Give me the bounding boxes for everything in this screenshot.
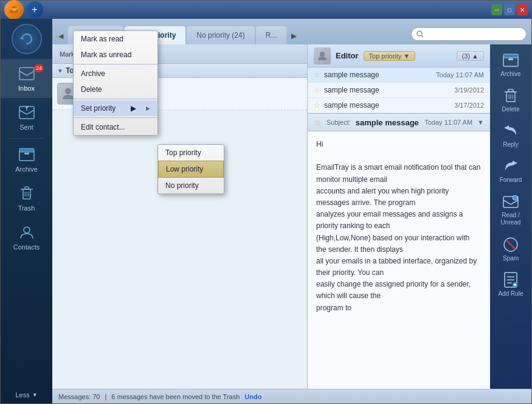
message-row-0[interactable]: ☆ sample message Today 11:07 AM (308, 68, 490, 83)
detail-sender-name: Editor (336, 51, 359, 60)
expand-icon[interactable]: ▼ (477, 119, 484, 126)
sidebar-item-archive[interactable]: Archive (1, 140, 52, 179)
svg-rect-23 (503, 54, 518, 58)
priority-dropdown-icon: ▼ (403, 52, 410, 60)
sent-label: Sent (19, 124, 33, 131)
action-archive-icon (502, 52, 519, 69)
main-area: Inbox 24 Sent (1, 19, 531, 403)
detail-count[interactable]: (3) ▲ (457, 51, 484, 61)
message-row-2[interactable]: ☆ sample message 3/17/2012 (308, 98, 490, 113)
svg-rect-27 (508, 89, 513, 92)
svg-point-21 (320, 52, 325, 57)
context-delete[interactable]: Delete (74, 82, 157, 97)
subject-star-icon[interactable]: ☆ (314, 117, 322, 127)
email-reading: ☆ Subject: sample message Today 11:07 AM… (308, 114, 490, 389)
inbox-badge: 24 (34, 64, 44, 72)
submenu-low-priority[interactable]: Low priority (158, 161, 224, 178)
email-subject-text: sample message (356, 118, 420, 127)
svg-rect-24 (508, 58, 513, 60)
message-date-0: Today 11:07 AM (436, 71, 484, 78)
submenu-top-priority[interactable]: Top priority (158, 145, 224, 161)
context-separator-3 (74, 117, 157, 118)
action-add-rule-label: Add Rule (498, 290, 523, 297)
archive-icon (18, 146, 35, 163)
submenu-priority: Top priority Low priority No priority (157, 144, 224, 194)
contacts-icon (18, 224, 35, 241)
context-archive[interactable]: Archive (74, 66, 157, 82)
star-icon-0[interactable]: ☆ (314, 71, 320, 79)
close-button[interactable]: ✕ (517, 4, 528, 15)
action-reply-icon (502, 122, 519, 139)
sidebar-item-sent[interactable]: Sent (1, 98, 52, 137)
sidebar: Inbox 24 Sent (1, 19, 52, 403)
sidebar-less-button[interactable]: Less ▼ (1, 386, 52, 403)
search-input[interactable] (426, 30, 521, 38)
status-undo-button[interactable]: Undo (244, 393, 261, 400)
action-archive-button[interactable]: Archive (491, 47, 530, 82)
star-icon-1[interactable]: ☆ (314, 86, 320, 94)
status-info: 6 messages have been moved to the Trash (111, 393, 240, 400)
action-forward-icon (502, 158, 519, 175)
tab-next-button[interactable]: ▶ (288, 27, 300, 44)
add-button[interactable]: + (26, 1, 43, 18)
tab-no-priority[interactable]: No priority (24) (187, 26, 254, 44)
less-label: Less (15, 391, 29, 399)
svg-point-20 (65, 88, 71, 94)
action-forward-button[interactable]: Forward (491, 153, 530, 188)
sidebar-item-trash[interactable]: Trash (1, 179, 52, 218)
minimize-button[interactable]: ─ (491, 4, 502, 15)
action-delete-label: Delete (502, 106, 520, 113)
svg-rect-10 (24, 153, 29, 155)
svg-point-18 (417, 31, 422, 36)
action-forward-label: Forward (500, 176, 522, 183)
message-date-1: 3/19/2012 (454, 86, 484, 94)
submenu-no-priority[interactable]: No priority (158, 178, 224, 193)
section-toggle-icon[interactable]: ▼ (57, 68, 63, 74)
action-delete-button[interactable]: Delete (491, 82, 530, 117)
app-logo[interactable] (4, 0, 24, 19)
svg-rect-4 (19, 68, 34, 80)
refresh-button[interactable] (12, 24, 42, 54)
message-row-1[interactable]: ☆ sample message 3/19/2012 (308, 83, 490, 98)
sidebar-item-inbox[interactable]: Inbox 24 (1, 59, 52, 98)
tab-prev-button[interactable]: ◀ (55, 27, 67, 44)
action-spam-button[interactable]: Spam (491, 231, 530, 266)
sidebar-item-contacts[interactable]: Contacts (1, 218, 52, 257)
contacts-label: Contacts (13, 243, 40, 251)
context-menu: Mark as read Mark as unread Archive Dele… (73, 44, 158, 136)
email-subject-date: Today 11:07 AM (424, 119, 472, 126)
detail-avatar (314, 47, 331, 64)
message-list: ☆ sample message Today 11:07 AM ☆ sample… (308, 68, 490, 114)
action-reply-label: Reply (503, 141, 519, 148)
action-add-rule-icon (502, 271, 519, 288)
svg-point-32 (513, 195, 517, 200)
action-archive-label: Archive (500, 71, 520, 77)
context-mark-unread[interactable]: Mark as unread (74, 47, 157, 63)
context-edit-contact[interactable]: Edit contact... (74, 119, 157, 135)
message-date-2: 3/17/2012 (454, 102, 484, 109)
detail-header: Editor Top priority ▼ (3) ▲ (308, 44, 490, 68)
status-messages-count: Messages: 70 (58, 393, 100, 400)
title-bar: + ─ □ ✕ (1, 1, 531, 19)
svg-line-19 (421, 35, 423, 37)
detail-priority-badge[interactable]: Top priority ▼ (364, 51, 416, 61)
search-icon (416, 30, 424, 38)
action-read-unread-button[interactable]: Read /Unread (491, 188, 530, 231)
context-set-priority[interactable]: Set priority ▶ Top priority Low priority (74, 100, 157, 116)
action-reply-button[interactable]: Reply (491, 117, 530, 153)
email-subject-bar: ☆ Subject: sample message Today 11:07 AM… (308, 114, 490, 131)
inbox-icon (18, 65, 35, 82)
maximize-button[interactable]: □ (504, 4, 515, 15)
action-add-rule-button[interactable]: Add Rule (491, 266, 530, 302)
content-area: ◀ Top priority Low priority No priority … (52, 19, 531, 403)
status-separator: | (105, 393, 106, 400)
inbox-label: Inbox (18, 85, 35, 92)
search-box[interactable] (411, 27, 527, 41)
trash-label: Trash (18, 204, 35, 212)
star-icon-2[interactable]: ☆ (314, 101, 320, 110)
tab-r[interactable]: R... (256, 26, 287, 44)
action-read-unread-icon (502, 193, 519, 210)
message-subject-1: sample message (324, 86, 451, 94)
svg-marker-3 (19, 37, 24, 39)
sidebar-divider-1 (9, 138, 45, 139)
